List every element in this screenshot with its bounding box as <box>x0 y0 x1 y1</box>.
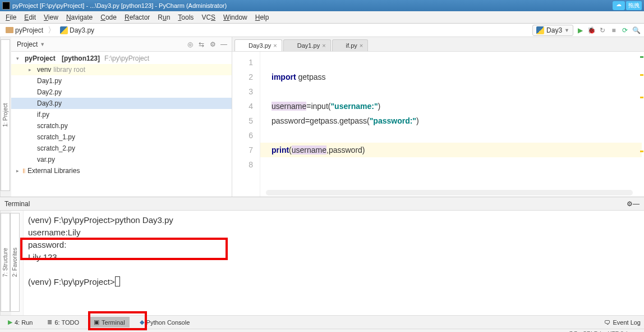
stop-button[interactable]: ■ <box>609 26 618 35</box>
menu-window[interactable]: Window <box>220 12 251 22</box>
tree-file[interactable]: Day3.py <box>11 98 232 109</box>
tree-file[interactable]: var.py <box>11 154 232 165</box>
tool-tab-favorites[interactable]: 2: Favorites <box>10 213 20 312</box>
code-body[interactable]: import getpassusername=input("username:"… <box>260 52 644 197</box>
cloud-icon[interactable]: ☁ <box>613 1 625 10</box>
breadcrumb-sep-icon: 〉 <box>48 25 56 35</box>
bottom-tool-tabs: ▶4: Run ≣6: TODO ▣Terminal ◆Python Conso… <box>0 315 644 329</box>
search-button[interactable]: 🔍 <box>632 26 641 35</box>
python-icon: ◆ <box>140 319 144 326</box>
terminal-title: Terminal <box>4 200 30 208</box>
menu-tools[interactable]: Tools <box>174 12 197 22</box>
tree-file[interactable]: Day2.py <box>11 87 232 98</box>
app-logo-icon <box>2 2 10 10</box>
root-path: F:\py\pyProject <box>104 54 149 62</box>
editor-tab[interactable]: Day1.py× <box>283 39 331 51</box>
breadcrumb-file-label: Day3.py <box>70 26 94 34</box>
code-line[interactable] <box>272 55 644 70</box>
horizontal-scrollbar[interactable] <box>266 190 633 195</box>
collapse-icon[interactable]: ⇆ <box>197 40 206 49</box>
close-icon[interactable]: × <box>360 42 363 49</box>
file-name: scratch_1.py <box>37 133 75 141</box>
tab-run[interactable]: ▶4: Run <box>3 317 37 328</box>
editor-area: Day3.py×Day1.py×if.py× 12345678 import g… <box>232 37 644 197</box>
menu-file[interactable]: File <box>2 12 20 22</box>
left-tool-strip-lower: 7: Structure 2: Favorites <box>0 211 11 315</box>
drag-label[interactable]: 拖拽 <box>626 1 642 10</box>
code-line[interactable] <box>272 128 644 143</box>
term-line: password: <box>28 239 640 251</box>
breadcrumb-file[interactable]: Day3.py <box>58 25 96 35</box>
menu-bar: File Edit View Navigate Code Refactor Ru… <box>0 11 644 24</box>
tab-label: Day3.py <box>249 42 271 49</box>
menu-vcs[interactable]: VCS <box>198 12 219 22</box>
tree-venv[interactable]: ▸ venv library root <box>11 64 232 75</box>
tree-file[interactable]: scratch_2.py <box>11 143 232 154</box>
todo-icon: ≣ <box>47 319 52 326</box>
debug-button[interactable]: 🐞 <box>587 26 596 35</box>
terminal-cursor <box>115 276 120 286</box>
menu-navigate[interactable]: Navigate <box>63 12 96 22</box>
term-line: (venv) F:\py\pyProject>python Day3.py <box>28 214 640 226</box>
chevron-right-icon: ▸ <box>27 67 33 72</box>
error-stripe <box>638 52 644 197</box>
terminal-output[interactable]: (venv) F:\py\pyProject>python Day3.py us… <box>24 211 644 315</box>
editor-tab[interactable]: Day3.py× <box>234 39 282 51</box>
breadcrumb-project[interactable]: pyProject <box>3 25 45 35</box>
tab-label: if.py <box>346 42 357 49</box>
tab-python-console[interactable]: ◆Python Console <box>135 317 195 328</box>
code-line[interactable] <box>272 157 644 172</box>
venv-note: library root <box>53 66 85 74</box>
tree-external-libs[interactable]: ▸ ⫴ External Libraries <box>11 165 232 176</box>
title-bar: pyProject [F:\py\pyProject] - ...\Day3.p… <box>0 0 644 11</box>
menu-refactor[interactable]: Refactor <box>121 12 153 22</box>
code-line[interactable]: username=input("username:") <box>272 99 644 113</box>
chevron-down-icon: ▾ <box>15 56 20 61</box>
gear-icon[interactable]: ⚙ <box>627 200 633 208</box>
tool-tab-project[interactable]: 1: Project <box>1 39 10 191</box>
menu-view[interactable]: View <box>40 12 62 22</box>
code-line[interactable]: password=getpass.getpass("password:") <box>272 113 644 128</box>
update-button[interactable]: ⟳ <box>620 26 629 35</box>
project-panel-header: Project ▼ ◎ ⇆ ⚙ — <box>11 37 232 52</box>
tab-todo[interactable]: ≣6: TODO <box>43 317 84 328</box>
event-log-button[interactable]: 🗨Event Log <box>604 319 641 326</box>
tool-tab-structure[interactable]: 7: Structure <box>1 213 10 312</box>
editor-tab[interactable]: if.py× <box>332 39 369 51</box>
menu-help[interactable]: Help <box>252 12 273 22</box>
terminal-tool-window: Terminal ⚙ — 7: Structure 2: Favorites +… <box>0 197 644 315</box>
close-icon[interactable]: × <box>273 42 277 49</box>
external-libs-label: External Libraries <box>27 167 80 175</box>
venv-name: venv <box>37 66 51 74</box>
code-line[interactable]: import getpass <box>272 70 644 84</box>
rerun-button[interactable]: ↻ <box>598 26 607 35</box>
tree-file[interactable]: if.py <box>11 109 232 120</box>
menu-edit[interactable]: Edit <box>21 12 39 22</box>
menu-run[interactable]: Run <box>154 12 173 22</box>
folder-icon <box>6 27 13 33</box>
hide-icon[interactable]: — <box>219 40 228 49</box>
tree-root[interactable]: ▾ pyProject [python123] F:\py\pyProject <box>11 53 232 64</box>
file-name: Day3.py <box>37 99 62 107</box>
code-line[interactable]: print(username,password) <box>260 143 642 157</box>
tree-file[interactable]: Day1.py <box>11 75 232 87</box>
chevron-down-icon[interactable]: ▼ <box>40 42 45 47</box>
tree-file[interactable]: scratch_1.py <box>11 131 232 143</box>
hide-icon[interactable]: — <box>633 200 640 208</box>
run-config-selector[interactable]: Day3 ▼ <box>532 25 573 36</box>
tree-file[interactable]: scratch.py <box>11 120 232 131</box>
close-icon[interactable]: × <box>322 42 325 49</box>
line-gutter: 12345678 <box>232 52 260 197</box>
target-icon[interactable]: ◎ <box>186 40 195 49</box>
run-config-label: Day3 <box>546 26 562 34</box>
gear-icon[interactable]: ⚙ <box>208 40 217 49</box>
code-line[interactable] <box>272 84 644 99</box>
python-file-icon <box>536 26 544 34</box>
term-line: username:Lily <box>28 226 640 239</box>
file-name: Day1.py <box>37 77 62 85</box>
tab-terminal[interactable]: ▣Terminal <box>89 317 130 328</box>
menu-code[interactable]: Code <box>97 12 120 22</box>
run-button[interactable]: ▶ <box>576 26 585 35</box>
file-name: var.py <box>37 156 55 163</box>
code-editor[interactable]: 12345678 import getpassusername=input("u… <box>232 52 644 197</box>
